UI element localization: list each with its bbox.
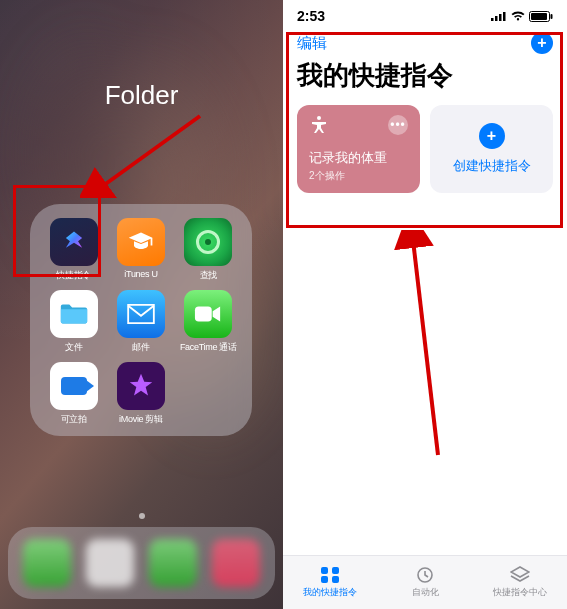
app-itunes-u[interactable]: iTunes U [110, 218, 172, 290]
tab-automation[interactable]: 自动化 [378, 556, 473, 609]
app-find-my[interactable]: 查找 [177, 218, 239, 290]
shortcut-cards: ••• 记录我的体重 2个操作 + 创建快捷指令 [283, 105, 567, 193]
shortcuts-icon [50, 218, 98, 266]
app-label: 可立拍 [61, 413, 87, 426]
accessibility-icon [309, 115, 329, 139]
app-grid: 快捷指令 iTunes U 查找 文件 [40, 218, 242, 434]
tab-label: 快捷指令中心 [493, 586, 547, 599]
grid-icon [320, 566, 340, 584]
app-label: FaceTime 通话 [180, 341, 237, 354]
app-imovie[interactable]: iMovie 剪辑 [110, 362, 172, 434]
tab-gallery[interactable]: 快捷指令中心 [472, 556, 567, 609]
svg-rect-10 [321, 567, 328, 574]
dock [8, 527, 275, 599]
svg-rect-5 [503, 12, 506, 21]
app-label: iMovie 剪辑 [119, 413, 163, 426]
home-screen-folder-view: Folder 快捷指令 iTunes U 查找 [0, 0, 283, 609]
app-label: 文件 [65, 341, 82, 354]
status-bar: 2:53 [283, 0, 567, 24]
dock-safari-icon[interactable] [86, 539, 134, 587]
tab-bar: 我的快捷指令 自动化 快捷指令中心 [283, 555, 567, 609]
ellipsis-icon: ••• [390, 118, 406, 132]
find-my-icon [184, 218, 232, 266]
svg-rect-12 [321, 576, 328, 583]
svg-rect-13 [332, 576, 339, 583]
svg-rect-11 [332, 567, 339, 574]
page-indicator [139, 513, 145, 519]
svg-line-1 [100, 116, 200, 188]
app-label: 邮件 [132, 341, 149, 354]
svg-point-9 [317, 116, 321, 120]
folder-icon [50, 290, 98, 338]
dock-phone-icon[interactable] [23, 539, 71, 587]
app-clips[interactable]: 可立拍 [43, 362, 105, 434]
card-title: 记录我的体重 [309, 149, 408, 167]
annotation-arrow-icon [80, 108, 210, 198]
svg-rect-0 [195, 307, 212, 322]
svg-rect-4 [499, 14, 502, 21]
app-label: 快捷指令 [56, 269, 91, 282]
create-shortcut-card[interactable]: + 创建快捷指令 [430, 105, 553, 193]
status-indicators [491, 11, 553, 22]
svg-rect-2 [491, 18, 494, 21]
folder-title: Folder [0, 80, 283, 111]
clips-icon [50, 362, 98, 410]
app-mail[interactable]: 邮件 [110, 290, 172, 362]
annotation-arrow-icon [378, 230, 498, 460]
graduation-cap-icon [117, 218, 165, 266]
svg-line-15 [413, 240, 438, 455]
dock-music-icon[interactable] [212, 539, 260, 587]
shortcuts-app-screen: 2:53 编辑 + 我的快捷指令 ••• [283, 0, 567, 609]
layers-icon [510, 566, 530, 584]
svg-rect-3 [495, 16, 498, 21]
svg-rect-7 [531, 13, 547, 20]
app-facetime[interactable]: FaceTime 通话 [177, 290, 239, 362]
battery-icon [529, 11, 553, 22]
svg-rect-8 [551, 14, 553, 19]
card-more-button[interactable]: ••• [388, 115, 408, 135]
envelope-icon [117, 290, 165, 338]
dock-messages-icon[interactable] [149, 539, 197, 587]
tab-label: 我的快捷指令 [303, 586, 357, 599]
video-camera-icon [184, 290, 232, 338]
plus-icon: + [537, 35, 546, 51]
clock-icon [415, 566, 435, 584]
app-shortcuts[interactable]: 快捷指令 [43, 218, 105, 290]
shortcut-card-record-weight[interactable]: ••• 记录我的体重 2个操作 [297, 105, 420, 193]
card-label: 创建快捷指令 [453, 157, 531, 175]
wifi-icon [511, 11, 525, 21]
signal-icon [491, 11, 507, 21]
edit-button[interactable]: 编辑 [297, 34, 327, 53]
plus-icon: + [479, 123, 505, 149]
tab-label: 自动化 [412, 586, 439, 599]
app-label: 查找 [200, 269, 217, 282]
page-title: 我的快捷指令 [283, 54, 567, 105]
folder-panel: 快捷指令 iTunes U 查找 文件 [30, 204, 252, 436]
status-time: 2:53 [297, 8, 325, 24]
star-icon [117, 362, 165, 410]
nav-bar: 编辑 + [283, 24, 567, 54]
tab-my-shortcuts[interactable]: 我的快捷指令 [283, 556, 378, 609]
app-files[interactable]: 文件 [43, 290, 105, 362]
app-label: iTunes U [124, 269, 157, 279]
card-subtitle: 2个操作 [309, 169, 408, 183]
add-shortcut-button[interactable]: + [531, 32, 553, 54]
